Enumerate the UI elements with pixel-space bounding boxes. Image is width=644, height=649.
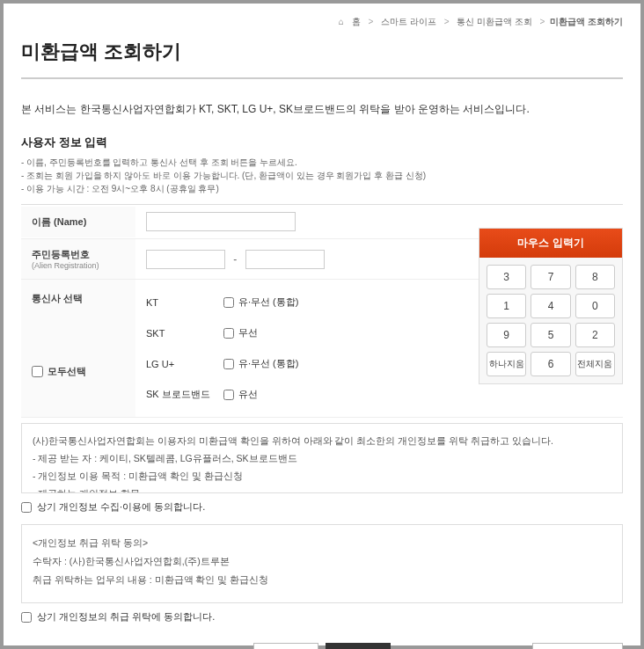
mouse-keypad: 마우스 입력기 3 7 8 1 4 0 9 5 2 하나지움 6 전체지움 [479,228,623,384]
carrier-opt-lgu[interactable]: 유·무선 (통합) [223,357,298,370]
keypad-key[interactable]: 5 [531,323,570,347]
note-line: - 이용 가능 시간 : 오전 9시~오후 8시 (공휴일 휴무) [21,182,623,195]
consent-text: - 개인정보 이용 목적 : 미환급액 확인 및 환급신청 [33,468,611,485]
name-input[interactable] [146,212,296,231]
breadcrumb: ⌂ 홈 > 스마트 라이프 > 통신 미환급액 조회 > 미환급액 조회하기 [21,12,623,32]
usage-notes: - 이름, 주민등록번호를 입력하고 통신사 선택 후 조회 버튼을 누르세요.… [21,156,623,195]
breadcrumb-sep: > [368,17,373,26]
carrier-opt-kt[interactable]: 유·무선 (통합) [223,295,298,309]
carrier-name-kt: KT [146,297,223,308]
carrier-label-cell: 통신사 선택 모두선택 [21,280,135,417]
action-bar: 초기화 조회 신청내역 확인 ▶ [21,631,623,649]
service-description: 본 서비스는 한국통신사업자연합회가 KT, SKT, LG U+, SK브로드… [21,102,623,117]
consent-1-check[interactable]: 상기 개인정보 수집·이용에 동의합니다. [21,493,623,521]
name-label: 이름 (Name) [21,207,135,237]
carrier-opt-skt[interactable]: 무선 [223,326,258,339]
breadcrumb-l2[interactable]: 통신 미환급액 조회 [457,17,532,26]
keypad-backspace[interactable]: 하나지움 [487,352,526,376]
section-title: 사용자 정보 입력 [21,135,623,150]
breadcrumb-l1[interactable]: 스마트 라이프 [381,17,436,26]
carrier-opt-text: 무선 [238,326,258,339]
keypad-key[interactable]: 6 [531,352,570,376]
consent-2-label: 상기 개인정보의 취급 위탁에 동의합니다. [37,610,215,623]
carrier-name-lgu: LG U+ [146,359,223,369]
rrn-input-2[interactable] [245,250,325,269]
keypad-key[interactable]: 4 [531,294,570,318]
breadcrumb-sep: > [444,17,450,26]
page-container: ⌂ 홈 > 스마트 라이프 > 통신 미환급액 조회 > 미환급액 조회하기 미… [0,0,644,649]
keypad-key[interactable]: 3 [487,265,526,289]
consent-2-check[interactable]: 상기 개인정보의 취급 위탁에 동의합니다. [21,603,623,631]
history-button[interactable]: 신청내역 확인 ▶ [532,643,623,649]
keypad-key[interactable]: 2 [575,323,615,347]
breadcrumb-home[interactable]: 홈 [352,17,361,26]
keypad-key[interactable]: 8 [575,265,615,289]
consent-1-checkbox[interactable] [21,502,32,513]
reset-button[interactable]: 초기화 [253,643,318,649]
consent-box-2[interactable]: <개인정보 취급 위탁 동의> 수탁자 : (사)한국통신사업자연합회,(주)트… [21,524,623,603]
rrn-label: 주민등록번호 (Alien Registration) [21,239,135,279]
carrier-opt-text: 유·무선 (통합) [238,295,298,309]
consent-text: (사)한국통신사업자연합회는 이용자의 미환급액 확인을 위하여 아래와 같이 … [33,433,611,450]
rrn-input-1[interactable] [146,250,225,269]
keypad-key[interactable]: 1 [487,294,526,318]
carrier-opt-text: 유·무선 (통합) [238,357,298,370]
carrier-checkbox-kt[interactable] [223,297,234,308]
keypad-key[interactable]: 0 [575,294,615,318]
select-all-label[interactable]: 모두선택 [32,365,125,378]
consent-2-checkbox[interactable] [21,612,32,623]
rrn-dash: - [233,253,237,266]
consent-text: 취급 위탁하는 업무의 내용 : 미환급액 확인 및 환급신청 [33,571,611,589]
consent-text: - 제공하는 개인정보 항목 [33,485,611,493]
carrier-opt-text: 유선 [238,388,258,401]
keypad-grid: 3 7 8 1 4 0 9 5 2 하나지움 6 전체지움 [479,258,622,383]
submit-button[interactable]: 조회 [326,643,391,649]
home-icon: ⌂ [339,17,344,26]
carrier-checkbox-skb[interactable] [223,390,234,400]
consent-1-label: 상기 개인정보 수집·이용에 동의합니다. [37,500,205,514]
consent-text: 수탁자 : (사)한국통신사업자연합회,(주)트루본 [33,552,611,571]
form-area: 이름 (Name) 주민등록번호 (Alien Registration) - … [21,204,623,418]
select-all-checkbox[interactable] [32,366,43,377]
breadcrumb-current: 미환급액 조회하기 [550,17,623,26]
keypad-key[interactable]: 9 [487,323,526,347]
consent-text: - 제공 받는 자 : 케이티, SK텔레콤, LG유플러스, SK브로드밴드 [33,450,611,468]
consent-box-1[interactable]: (사)한국통신사업자연합회는 이용자의 미환급액 확인을 위하여 아래와 같이 … [21,423,623,493]
page-title: 미환급액 조회하기 [21,32,623,77]
title-divider [21,77,623,79]
carrier-name-skb: SK 브로드밴드 [146,388,223,401]
carrier-opt-skb[interactable]: 유선 [223,388,258,401]
select-all-text: 모두선택 [48,365,86,378]
carrier-checkbox-lgu[interactable] [223,359,234,369]
carrier-name-skt: SKT [146,328,223,339]
carrier-checkbox-skt[interactable] [223,328,234,339]
rrn-label-text: 주민등록번호 [32,249,90,259]
note-line: - 이름, 주민등록번호를 입력하고 통신사 선택 후 조회 버튼을 누르세요. [21,156,623,169]
keypad-clear[interactable]: 전체지움 [575,352,615,376]
note-line: - 조회는 회원 가입을 하지 않아도 바로 이용 가능합니다. (단, 환급액… [21,169,623,182]
carrier-label: 통신사 선택 [32,292,125,305]
rrn-label-sub: (Alien Registration) [32,261,125,270]
keypad-key[interactable]: 7 [531,265,570,289]
breadcrumb-sep: > [540,17,545,26]
keypad-title: 마우스 입력기 [479,229,622,258]
consent-text: <개인정보 취급 위탁 동의> [33,534,611,552]
